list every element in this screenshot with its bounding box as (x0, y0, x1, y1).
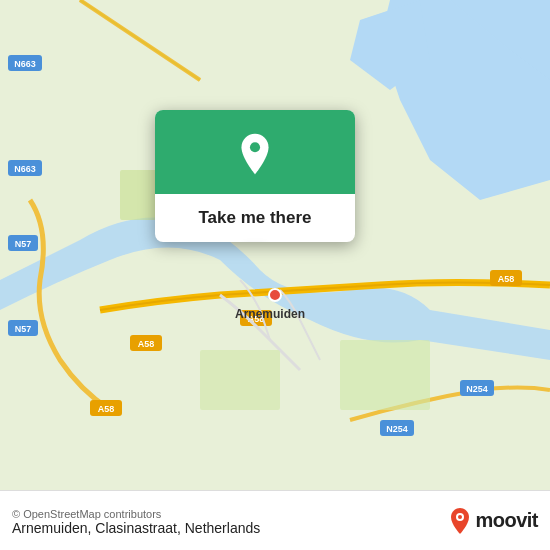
map-container: N663 N663 N57 N57 A58 A58 A58 A58 N254 N… (0, 0, 550, 490)
svg-text:N254: N254 (386, 424, 408, 434)
moovit-brand-text: moovit (475, 509, 538, 532)
svg-text:A58: A58 (138, 339, 155, 349)
moovit-pin-icon (449, 507, 471, 535)
svg-text:Arnemuiden: Arnemuiden (235, 307, 305, 321)
svg-text:A58: A58 (98, 404, 115, 414)
svg-text:N254: N254 (466, 384, 488, 394)
moovit-logo: moovit (449, 507, 538, 535)
map-background: N663 N663 N57 N57 A58 A58 A58 A58 N254 N… (0, 0, 550, 490)
svg-text:N57: N57 (15, 239, 32, 249)
location-pin-icon (233, 132, 277, 176)
location-popup: Take me there (155, 110, 355, 242)
svg-rect-23 (200, 350, 280, 410)
take-me-there-button[interactable]: Take me there (155, 194, 355, 242)
svg-text:N663: N663 (14, 164, 36, 174)
svg-point-28 (250, 142, 260, 152)
address-section: © OpenStreetMap contributors Arnemuiden,… (12, 506, 260, 536)
svg-point-30 (458, 515, 462, 519)
osm-credit: © OpenStreetMap contributors (12, 508, 260, 520)
svg-text:N663: N663 (14, 59, 36, 69)
svg-text:A58: A58 (498, 274, 515, 284)
bottom-bar: © OpenStreetMap contributors Arnemuiden,… (0, 490, 550, 550)
popup-header (155, 110, 355, 194)
svg-text:N57: N57 (15, 324, 32, 334)
svg-rect-25 (340, 340, 430, 410)
svg-point-27 (269, 289, 281, 301)
address-line: Arnemuiden, Clasinastraat, Netherlands (12, 520, 260, 536)
